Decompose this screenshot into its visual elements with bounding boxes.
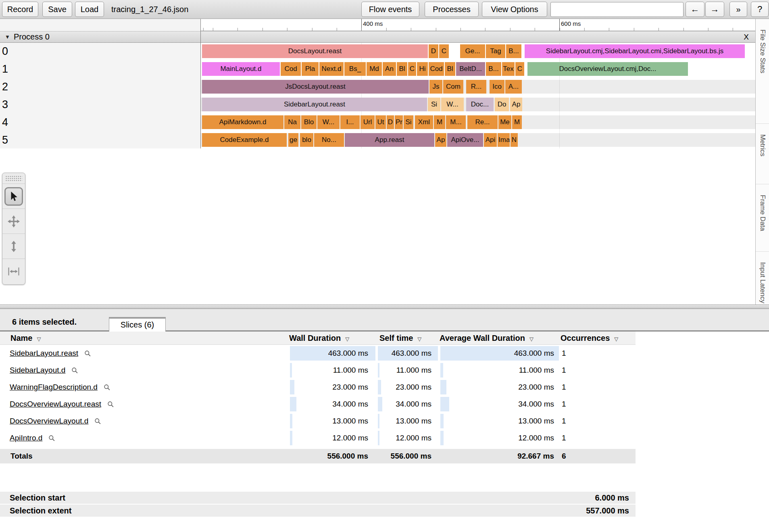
trace-slice[interactable]: Bs_ [344, 62, 366, 76]
trace-slice[interactable]: BeltD... [456, 62, 485, 76]
column-header-self-time[interactable]: Self time▽ [377, 334, 440, 343]
magnifier-icon[interactable] [84, 350, 91, 357]
sidebar-tab-frame-data[interactable]: Frame Data [756, 184, 769, 252]
magnifier-icon[interactable] [104, 384, 110, 391]
sidebar-tab-input-latency[interactable]: Input Latency [756, 252, 769, 305]
trace-slice[interactable]: Bl [445, 62, 455, 76]
trace-slice[interactable]: A... [505, 80, 522, 94]
magnifier-icon[interactable] [48, 435, 55, 442]
trace-slice[interactable]: SidebarLayout.cmj,SidebarLayout.cmi,Side… [525, 44, 745, 58]
sidebar-tab-metrics[interactable]: Metrics [756, 124, 769, 184]
trace-slice[interactable]: Si [428, 98, 440, 111]
trace-slice[interactable]: M [434, 115, 445, 129]
trace-slice[interactable]: SidebarLayout.reast [202, 98, 427, 111]
trace-slice[interactable]: W... [441, 98, 464, 111]
slice-name-link[interactable]: DocsOverviewLayout.d [10, 417, 88, 426]
slice-name-link[interactable]: ApiIntro.d [10, 434, 42, 442]
trace-slice[interactable]: M... [446, 115, 466, 129]
trace-slice[interactable]: MainLayout.d [202, 62, 280, 76]
trace-slice[interactable]: Xml [415, 115, 433, 129]
search-input[interactable] [550, 2, 684, 17]
record-button[interactable]: Record [2, 2, 38, 17]
trace-slice[interactable]: B... [506, 44, 521, 58]
processes-button[interactable]: Processes [425, 2, 479, 17]
collapse-icon[interactable]: ▼ [5, 31, 10, 42]
help-button[interactable]: ? [751, 2, 769, 17]
trace-slice[interactable]: CodeExample.d [202, 133, 287, 147]
trace-slice[interactable]: Md [367, 62, 382, 76]
view-options-button[interactable]: View Options [482, 2, 547, 17]
trace-slice[interactable]: App.reast [345, 133, 434, 147]
trace-slice[interactable]: C [408, 62, 416, 76]
trace-slice[interactable]: Ge... [460, 44, 485, 58]
slice-name-link[interactable]: SidebarLayout.d [10, 366, 65, 375]
timeline-ruler[interactable]: 400 ms600 ms [201, 19, 755, 31]
trace-slice[interactable]: D [387, 115, 394, 129]
trace-slice[interactable]: Next.d [319, 62, 344, 76]
trace-slice[interactable]: ApiMarkdown.d [202, 115, 283, 129]
trace-slice[interactable]: DocsOverviewLayout.cmj,Doc... [527, 62, 688, 76]
column-header-average-wall-duration[interactable]: Average Wall Duration▽ [440, 334, 561, 343]
trace-slice[interactable]: blo [300, 133, 313, 147]
trace-slice[interactable]: Cod [281, 62, 301, 76]
drag-handle[interactable] [5, 175, 22, 182]
trace-slice[interactable]: An [383, 62, 396, 76]
trace-slice[interactable]: R... [466, 80, 486, 94]
trace-slice[interactable]: Pr [395, 115, 403, 129]
load-button[interactable]: Load [75, 2, 104, 17]
trace-slice[interactable]: Tex [502, 62, 515, 76]
trace-slice[interactable]: Ap [435, 133, 446, 147]
trace-slice[interactable]: DocsLayout.reast [202, 44, 428, 58]
trace-slice[interactable]: W... [317, 115, 340, 129]
slice-name-link[interactable]: SidebarLayout.reast [10, 349, 78, 358]
trace-slice[interactable]: Re... [467, 115, 498, 129]
trace-slice[interactable]: M [512, 115, 522, 129]
trace-slice[interactable]: I... [340, 115, 360, 129]
trace-slice[interactable]: Ut [375, 115, 386, 129]
pan-tool-button[interactable] [2, 209, 25, 234]
close-process-button[interactable]: X [744, 31, 749, 42]
trace-slice[interactable]: Blo [301, 115, 317, 129]
trace-slice[interactable]: Api [484, 133, 497, 147]
trace-slice[interactable]: Na [284, 115, 300, 129]
trace-slice[interactable]: N [511, 133, 518, 147]
trace-slice[interactable]: Url [361, 115, 375, 129]
more-options-button[interactable]: » [729, 2, 747, 17]
magnifier-icon[interactable] [107, 401, 114, 408]
trace-slice[interactable]: No... [314, 133, 344, 147]
trace-slice[interactable]: Com [443, 80, 463, 94]
find-previous-button[interactable]: ← [686, 2, 704, 17]
panel-splitter[interactable] [0, 305, 769, 309]
slice-name-link[interactable]: DocsOverviewLayout.reast [10, 400, 101, 409]
zoom-tool-button[interactable] [2, 234, 25, 259]
sidebar-tab-file-size-stats[interactable]: File Size Stats [756, 19, 769, 124]
trace-slice[interactable]: Tag [486, 44, 505, 58]
trace-slice[interactable]: B... [486, 62, 501, 76]
trace-slice[interactable]: Do [495, 98, 509, 111]
trace-slice[interactable]: Si [404, 115, 413, 129]
magnifier-icon[interactable] [94, 418, 101, 425]
find-next-button[interactable]: → [705, 2, 724, 17]
trace-slice[interactable]: ApiOve... [447, 133, 483, 147]
trace-slice[interactable]: C [515, 62, 524, 76]
trace-slice[interactable]: Ap [510, 98, 522, 111]
column-header-wall-duration[interactable]: Wall Duration▽ [289, 334, 377, 343]
trace-slice[interactable]: Cod [429, 62, 444, 76]
magnifier-icon[interactable] [71, 367, 78, 374]
tab-slices[interactable]: Slices (6) [109, 317, 166, 332]
trace-slice[interactable]: JsDocsLayout.reast [202, 80, 429, 94]
selection-tool-button[interactable] [4, 187, 23, 206]
trace-slice[interactable]: Me [498, 115, 511, 129]
timing-select-tool-button[interactable] [2, 259, 25, 284]
trace-slice[interactable]: Doc... [466, 98, 494, 111]
trace-slice[interactable]: Pla [302, 62, 319, 76]
save-button[interactable]: Save [42, 2, 72, 17]
slice-name-link[interactable]: WarningFlagDescription.d [10, 383, 98, 392]
column-header-occurrences[interactable]: Occurrences▽ [561, 334, 636, 343]
trace-slice[interactable]: Hi [417, 62, 428, 76]
flow-events-button[interactable]: Flow events [361, 2, 419, 17]
trace-slice[interactable]: Ima [498, 133, 510, 147]
trace-slice[interactable]: Ico [490, 80, 504, 94]
trace-slice[interactable]: D [429, 44, 438, 58]
trace-slice[interactable]: Bl [397, 62, 407, 76]
